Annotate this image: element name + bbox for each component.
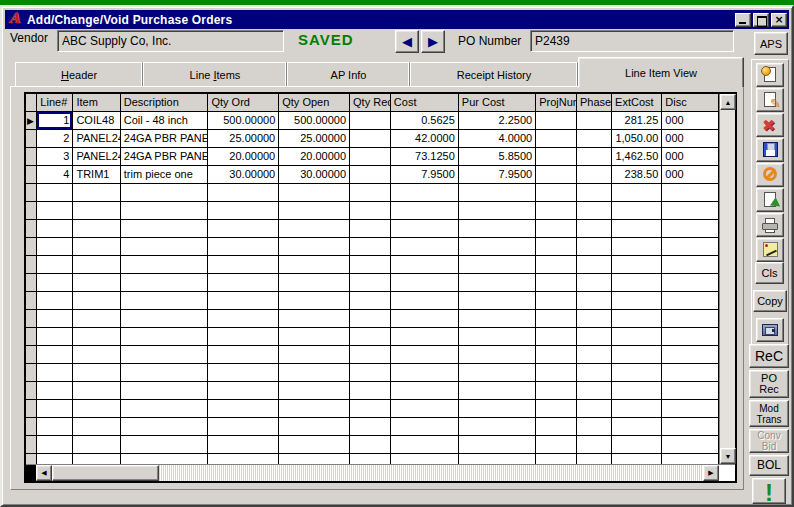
new-document-button[interactable] <box>756 63 784 87</box>
mod-trans-button[interactable]: Mod Trans <box>749 400 789 427</box>
grid-cell[interactable] <box>577 148 612 166</box>
tab-header[interactable]: Header <box>15 62 143 87</box>
grid-cell[interactable]: PANEL24 <box>73 130 120 148</box>
grid-row[interactable]: ▶1COIL48Coil - 48 inch500.00000500.00000… <box>26 112 719 130</box>
delete-button[interactable]: ✖ <box>756 113 784 137</box>
po-number-field[interactable] <box>530 30 734 52</box>
alert-button[interactable]: ! <box>752 478 786 504</box>
grid-cell[interactable] <box>577 130 612 148</box>
column-header-item[interactable]: Item <box>73 94 120 112</box>
column-header-phase[interactable]: Phase <box>577 94 612 112</box>
tab-receipt-history[interactable]: Receipt History <box>410 62 578 87</box>
grid-cell[interactable] <box>536 166 577 184</box>
column-header-qty-rec[interactable]: Qty Rec <box>350 94 391 112</box>
column-header-pur-cost[interactable]: Pur Cost <box>459 94 536 112</box>
row-header-cell[interactable] <box>26 130 37 148</box>
column-header-cost[interactable]: Cost <box>391 94 459 112</box>
horizontal-scrollbar-track[interactable] <box>159 465 703 481</box>
grid-cell[interactable]: 3 <box>37 148 73 166</box>
grid-cell[interactable] <box>577 166 612 184</box>
grid-cell[interactable]: 25.00000 <box>208 130 279 148</box>
grid-cell[interactable]: 2.2500 <box>459 112 536 130</box>
grid-cell[interactable] <box>536 130 577 148</box>
grid-cell[interactable] <box>350 166 391 184</box>
grid-row[interactable]: 2PANEL2424GA PBR PANEL25.0000025.0000042… <box>26 130 719 148</box>
grid-cell[interactable]: 25.00000 <box>279 130 350 148</box>
grid-cell[interactable]: Coil - 48 inch <box>121 112 209 130</box>
grid-cell[interactable]: 000 <box>662 130 719 148</box>
grid-cell[interactable]: 500.00000 <box>208 112 279 130</box>
grid-cell[interactable] <box>536 148 577 166</box>
grid-cell[interactable]: 0.5625 <box>391 112 459 130</box>
save-button[interactable] <box>756 138 784 162</box>
grid-cell[interactable] <box>536 112 577 130</box>
titlebar[interactable]: A Add/Change/Void Purchase Orders × <box>5 10 789 29</box>
row-header-cell[interactable] <box>26 148 37 166</box>
prev-record-button[interactable]: ◀ <box>395 30 419 53</box>
bol-button[interactable]: BOL <box>749 455 789 476</box>
vault-button[interactable] <box>756 318 784 342</box>
grid-cell[interactable]: 20.00000 <box>208 148 279 166</box>
po-rec-button[interactable]: PO Rec <box>749 370 789 398</box>
horizontal-scrollbar[interactable]: ◀ ▶ <box>26 465 719 481</box>
row-header-cell[interactable]: ▶ <box>26 112 37 130</box>
grid-cell[interactable] <box>350 148 391 166</box>
column-header-description[interactable]: Description <box>121 94 209 112</box>
grid-cell[interactable]: 000 <box>662 148 719 166</box>
column-header-qty-ord[interactable]: Qty Ord <box>208 94 279 112</box>
grid-cell[interactable]: 4 <box>37 166 73 184</box>
grid-row[interactable]: 3PANEL2424GA PBR PANEL20.0000020.0000073… <box>26 148 719 166</box>
grid-cell[interactable]: COIL48 <box>73 112 120 130</box>
grid-cell[interactable]: 7.9500 <box>391 166 459 184</box>
note-button[interactable] <box>756 238 784 262</box>
tab-line-item-view[interactable]: Line Item View <box>578 57 744 88</box>
copy-button[interactable]: Copy <box>753 290 787 312</box>
cls-button[interactable]: Cls <box>755 262 784 284</box>
grid-cell[interactable]: 2 <box>37 130 73 148</box>
grid-cell[interactable] <box>350 112 391 130</box>
column-header-disc[interactable]: Disc <box>662 94 719 112</box>
horizontal-scrollbar-thumb[interactable] <box>52 465 159 481</box>
grid-cell[interactable]: 42.0000 <box>391 130 459 148</box>
grid-cell[interactable]: 30.00000 <box>279 166 350 184</box>
grid-cell[interactable]: 1,050.00 <box>612 130 662 148</box>
grid-cell[interactable]: 73.1250 <box>391 148 459 166</box>
grid-cell[interactable] <box>350 130 391 148</box>
grid-cell[interactable]: 000 <box>662 112 719 130</box>
edit-document-button[interactable]: ✎ <box>756 88 784 112</box>
grid-cell[interactable]: PANEL24 <box>73 148 120 166</box>
vendor-field[interactable] <box>57 30 284 52</box>
tab-line-items[interactable]: Line Items <box>143 62 287 87</box>
scroll-down-icon[interactable]: ▼ <box>720 448 736 464</box>
grid-cell[interactable]: TRIM1 <box>73 166 120 184</box>
vertical-scrollbar[interactable]: ▲ ▼ <box>719 94 735 464</box>
column-header-extcost[interactable]: ExtCost <box>612 94 662 112</box>
grid-cell[interactable]: 24GA PBR PANEL <box>121 148 209 166</box>
grid-cell[interactable]: 281.25 <box>612 112 662 130</box>
column-header-projnum[interactable]: ProjNum <box>536 94 577 112</box>
grid-cell[interactable] <box>577 112 612 130</box>
grid-cell[interactable]: 7.9500 <box>459 166 536 184</box>
grid-cell[interactable]: 24GA PBR PANEL <box>121 130 209 148</box>
scroll-left-icon[interactable]: ◀ <box>36 465 52 481</box>
grid-cell[interactable]: 500.00000 <box>279 112 350 130</box>
next-record-button[interactable]: ▶ <box>421 30 445 53</box>
grid-cell[interactable]: 1 <box>37 112 73 130</box>
scroll-up-icon[interactable]: ▲ <box>720 94 736 110</box>
column-header-qty-open[interactable]: Qty Open <box>279 94 350 112</box>
grid-cell[interactable]: 238.50 <box>612 166 662 184</box>
close-icon[interactable]: × <box>771 13 787 27</box>
grid-cell[interactable]: 20.00000 <box>279 148 350 166</box>
aps-button[interactable]: APS <box>754 32 788 55</box>
row-header-cell[interactable] <box>26 166 37 184</box>
column-header-line-[interactable]: Line# <box>37 94 73 112</box>
grid-row[interactable]: 4TRIM1trim piece one30.0000030.000007.95… <box>26 166 719 184</box>
maximize-icon[interactable] <box>753 13 769 27</box>
scroll-right-icon[interactable]: ▶ <box>703 465 719 481</box>
grid-cell[interactable]: 30.00000 <box>208 166 279 184</box>
rec-button[interactable]: ReC <box>749 344 789 368</box>
minimize-icon[interactable] <box>735 13 751 27</box>
grid-cell[interactable]: 4.0000 <box>459 130 536 148</box>
grid-cell[interactable]: 5.8500 <box>459 148 536 166</box>
grid-cell[interactable]: trim piece one <box>121 166 209 184</box>
